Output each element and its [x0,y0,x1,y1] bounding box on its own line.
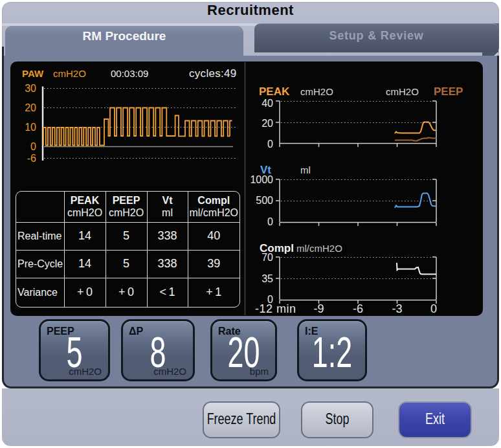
svg-text:0: 0 [267,216,273,227]
svg-text:-12 min: -12 min [255,302,296,315]
svg-text:35: 35 [262,273,273,284]
svg-text:10: 10 [25,122,36,133]
svg-text:1000: 1000 [250,174,273,185]
svg-text:PAW: PAW [22,68,44,79]
svg-text:PEAK: PEAK [259,85,290,98]
svg-text:cycles:49: cycles:49 [189,67,237,80]
svg-text:20: 20 [25,102,36,113]
svg-text:ml/cmH2O: ml/cmH2O [296,243,342,254]
svg-text:00:03:09: 00:03:09 [111,68,148,79]
svg-text:-6: -6 [353,302,363,315]
svg-text:0: 0 [430,302,437,315]
svg-text:cmH2O: cmH2O [53,68,86,79]
svg-text:30: 30 [25,83,36,94]
svg-text:0: 0 [30,141,36,152]
svg-text:-6: -6 [27,153,36,164]
svg-text:cmH2O: cmH2O [386,86,419,97]
svg-text:500: 500 [256,195,273,206]
svg-text:PEEP: PEEP [434,85,463,98]
svg-text:0: 0 [267,139,273,150]
svg-text:ml: ml [300,164,311,175]
svg-text:40: 40 [262,98,273,109]
svg-text:-9: -9 [313,302,324,315]
svg-text:-3: -3 [392,302,402,315]
svg-text:cmH2O: cmH2O [300,86,333,97]
svg-text:20: 20 [262,118,273,129]
svg-text:70: 70 [262,252,273,263]
